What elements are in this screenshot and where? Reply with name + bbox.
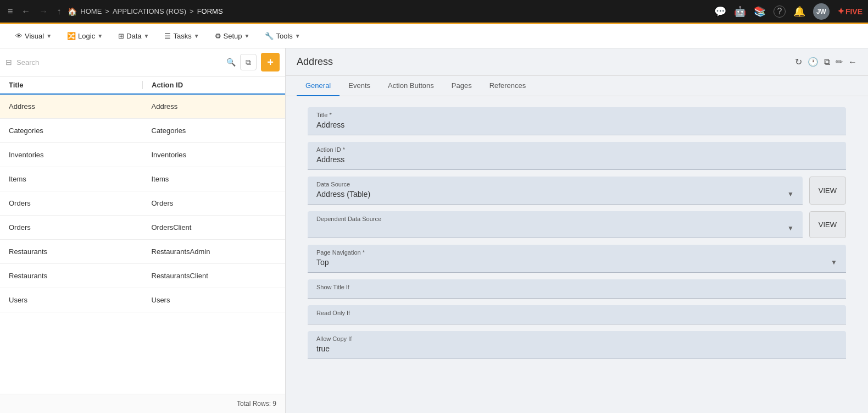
- up-icon[interactable]: ↑: [54, 4, 63, 19]
- filter-icon: ⊟: [5, 58, 12, 67]
- table-row[interactable]: Restaurants RestaurantsClient: [0, 264, 285, 288]
- data-source-view-button[interactable]: VIEW: [809, 177, 846, 205]
- nav-logic[interactable]: 🔀 Logic ▼: [60, 29, 109, 43]
- table-row[interactable]: Orders OrdersClient: [0, 216, 285, 240]
- show-title-field: Show Title If: [308, 279, 846, 299]
- dependent-data-source-dropdown[interactable]: ▼: [316, 224, 794, 232]
- table-row[interactable]: Orders Orders: [0, 191, 285, 216]
- cell-action-id: Categories: [143, 121, 286, 140]
- history-button[interactable]: 🕐: [808, 57, 819, 67]
- duplicate-button[interactable]: ⧉: [824, 57, 830, 67]
- data-source-dropdown[interactable]: Address (Table) ▼: [316, 190, 794, 199]
- copy-icon: ⧉: [246, 58, 251, 67]
- table-row[interactable]: Address Address: [0, 95, 285, 119]
- title-field: Title * Address: [308, 107, 846, 135]
- tab-pages[interactable]: Pages: [443, 76, 481, 96]
- cell-title: Restaurants: [0, 266, 143, 285]
- nav-setup[interactable]: ⚙ Setup ▼: [208, 29, 257, 43]
- table-row[interactable]: Items Items: [0, 167, 285, 191]
- cell-action-id: RestaurantsClient: [143, 266, 286, 285]
- table-body: Address Address Categories Categories In…: [0, 95, 285, 394]
- data-caret: ▼: [144, 33, 149, 39]
- page-navigation-label: Page Navigation *: [316, 249, 837, 256]
- bell-icon[interactable]: 🔔: [793, 5, 805, 18]
- total-rows: Total Rows: 9: [237, 400, 276, 408]
- data-source-value: Address (Table): [316, 190, 370, 199]
- table-row[interactable]: Inventories Inventories: [0, 143, 285, 167]
- chat-icon[interactable]: 💬: [714, 5, 726, 18]
- table-header: Title Action ID: [0, 76, 285, 95]
- nav-tools[interactable]: 🔧 Tools ▼: [258, 29, 307, 43]
- col-header-action: Action ID: [143, 81, 285, 89]
- allow-copy-value[interactable]: true: [316, 344, 837, 353]
- dependent-data-source-arrow: ▼: [787, 224, 794, 232]
- action-id-value[interactable]: Address: [316, 155, 837, 164]
- setup-caret: ▼: [244, 33, 250, 39]
- table-row[interactable]: Categories Categories: [0, 119, 285, 143]
- cell-action-id: Inventories: [143, 145, 286, 164]
- add-button[interactable]: +: [261, 53, 280, 71]
- allow-copy-label: Allow Copy If: [316, 335, 837, 342]
- cell-action-id: OrdersClient: [143, 218, 286, 237]
- back-icon[interactable]: ←: [19, 4, 32, 19]
- forward-icon[interactable]: →: [37, 4, 50, 19]
- copy-button[interactable]: ⧉: [240, 54, 257, 70]
- breadcrumb-current: FORMS: [197, 7, 223, 15]
- cell-title: Users: [0, 290, 143, 310]
- search-icon[interactable]: 🔍: [226, 58, 236, 67]
- cell-title: Orders: [0, 194, 143, 213]
- close-button[interactable]: ←: [848, 57, 857, 67]
- cell-title: Inventories: [0, 145, 143, 164]
- tab-references[interactable]: References: [481, 76, 535, 96]
- tabs: General Events Action Buttons Pages Refe…: [286, 76, 868, 96]
- top-nav-right: 💬 🤖 📚 ? 🔔 JW ✦ FIVE: [714, 3, 863, 20]
- cell-title: Restaurants: [0, 242, 143, 261]
- allow-copy-field: Allow Copy If true: [308, 331, 846, 359]
- menu-icon[interactable]: ≡: [5, 4, 15, 19]
- tab-general[interactable]: General: [297, 76, 340, 96]
- cell-action-id: Orders: [143, 194, 286, 213]
- title-label: Title *: [316, 112, 837, 118]
- breadcrumb-app[interactable]: APPLICATIONS (ROS): [113, 7, 186, 15]
- data-source-field: Data Source Address (Table) ▼: [308, 177, 803, 205]
- cell-title: Address: [0, 97, 143, 116]
- book-icon[interactable]: 📚: [754, 5, 766, 18]
- breadcrumb-home[interactable]: HOME: [80, 7, 102, 15]
- table-row[interactable]: Users Users: [0, 288, 285, 312]
- nav-tasks[interactable]: ☰ Tasks ▼: [158, 29, 205, 43]
- setup-icon: ⚙: [215, 32, 221, 40]
- main-area: ⊟ 🔍 ⧉ + Title Action ID Address Address …: [0, 48, 868, 413]
- data-icon: ⊞: [118, 32, 124, 40]
- tab-action-buttons[interactable]: Action Buttons: [379, 76, 443, 96]
- right-header-actions: ↻ 🕐 ⧉ ✏ ←: [795, 57, 857, 67]
- logic-label: Logic: [78, 32, 95, 40]
- data-source-label: Data Source: [316, 181, 794, 188]
- table-row[interactable]: Restaurants RestaurantsAdmin: [0, 240, 285, 264]
- tasks-icon: ☰: [164, 32, 171, 40]
- search-bar: ⊟ 🔍 ⧉ +: [0, 48, 285, 76]
- edit-button[interactable]: ✏: [836, 57, 843, 67]
- help-icon[interactable]: ?: [774, 5, 786, 18]
- page-navigation-dropdown[interactable]: Top ▼: [316, 258, 837, 267]
- avatar[interactable]: JW: [813, 3, 830, 20]
- top-nav: ≡ ← → ↑ 🏠 HOME > APPLICATIONS (ROS) > FO…: [0, 0, 868, 24]
- data-source-row: Data Source Address (Table) ▼ VIEW: [308, 177, 846, 205]
- bot-icon[interactable]: 🤖: [734, 5, 746, 18]
- logic-caret: ▼: [97, 33, 103, 39]
- cell-action-id: Items: [143, 169, 286, 189]
- refresh-button[interactable]: ↻: [795, 57, 802, 67]
- dependent-data-source-label: Dependent Data Source: [316, 216, 794, 222]
- visual-icon: 👁: [15, 32, 23, 40]
- title-value[interactable]: Address: [316, 120, 837, 129]
- dependent-data-source-view-button[interactable]: VIEW: [809, 211, 846, 238]
- page-navigation-field: Page Navigation * Top ▼: [308, 245, 846, 273]
- data-label: Data: [126, 32, 141, 40]
- dependent-data-source-row: Dependent Data Source ▼ VIEW: [308, 211, 846, 238]
- tab-events[interactable]: Events: [340, 76, 379, 96]
- nav-data[interactable]: ⊞ Data ▼: [112, 29, 155, 43]
- five-logo: ✦ FIVE: [837, 6, 863, 16]
- cell-action-id: RestaurantsAdmin: [143, 242, 286, 261]
- page-navigation-value: Top: [316, 258, 329, 267]
- nav-visual[interactable]: 👁 Visual ▼: [9, 29, 58, 43]
- search-input[interactable]: [16, 58, 222, 67]
